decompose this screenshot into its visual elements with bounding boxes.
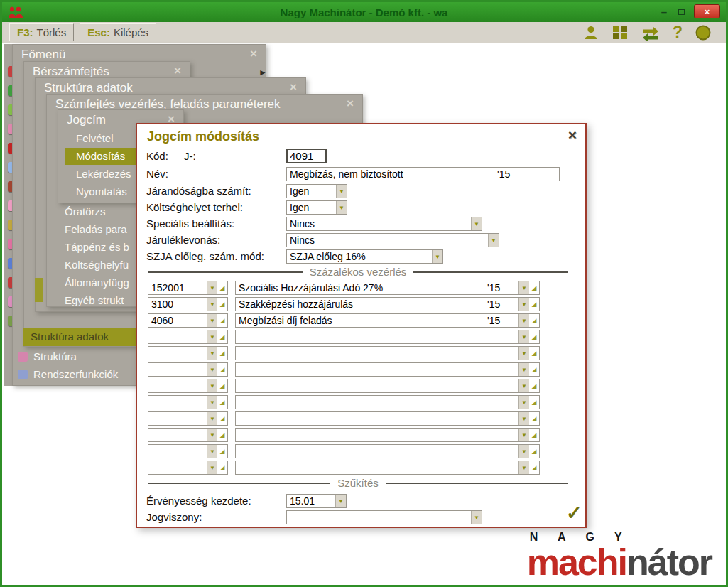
confirm-check-icon[interactable]: ✓: [566, 502, 582, 524]
chevron-down-icon[interactable]: ▼: [432, 250, 442, 263]
row-code-dropdown[interactable]: ▼◢: [148, 346, 228, 360]
row-name-dropdown[interactable]: ▼◢: [235, 444, 540, 458]
resize-grip-icon[interactable]: ◢: [217, 366, 227, 373]
user-icon[interactable]: [582, 24, 599, 41]
chevron-down-icon[interactable]: ▼: [207, 429, 217, 441]
minimize-button[interactable]: –: [659, 6, 669, 18]
close-icon[interactable]: ×: [290, 80, 297, 95]
row-code-dropdown[interactable]: ▼◢: [148, 395, 228, 409]
resize-grip-icon[interactable]: ◢: [217, 382, 227, 389]
chevron-down-icon[interactable]: ▼: [207, 396, 217, 409]
menu-item-struktura[interactable]: Struktúra: [33, 348, 77, 365]
chevron-down-icon[interactable]: ▼: [518, 347, 529, 360]
resize-grip-icon[interactable]: ◢: [529, 350, 539, 357]
chevron-down-icon[interactable]: ▼: [518, 396, 529, 409]
kod-input[interactable]: [286, 149, 327, 163]
resize-grip-icon[interactable]: ◢: [529, 317, 539, 324]
close-icon[interactable]: ×: [568, 126, 577, 144]
menu-item-feladas-parameterek[interactable]: Feladás para: [65, 221, 127, 238]
resize-grip-icon[interactable]: ◢: [217, 464, 227, 471]
row-name-dropdown[interactable]: ▼◢: [235, 395, 540, 409]
row-name-dropdown[interactable]: ▼◢: [235, 346, 540, 360]
chevron-down-icon[interactable]: ▼: [518, 298, 529, 311]
status-circle-icon[interactable]: [695, 24, 712, 41]
row-name-dropdown[interactable]: ▼◢: [235, 362, 540, 377]
chevron-down-icon[interactable]: ▼: [518, 363, 529, 376]
chevron-down-icon[interactable]: ▼: [207, 379, 217, 392]
jogviszony-dropdown[interactable]: ▼: [286, 510, 482, 524]
chevron-down-icon[interactable]: ▼: [471, 511, 482, 524]
resize-grip-icon[interactable]: ◢: [529, 301, 539, 308]
menu-item-felvetel[interactable]: Felvétel: [76, 130, 114, 147]
ervenyesseg-dropdown[interactable]: 15.01 ▼: [286, 494, 347, 508]
chevron-down-icon[interactable]: ▼: [518, 314, 529, 327]
resize-grip-icon[interactable]: ◢: [217, 317, 227, 324]
resize-grip-icon[interactable]: ◢: [217, 301, 227, 308]
resize-grip-icon[interactable]: ◢: [217, 399, 227, 406]
chevron-down-icon[interactable]: ▼: [518, 429, 529, 441]
resize-grip-icon[interactable]: ◢: [529, 448, 539, 455]
chevron-down-icon[interactable]: ▼: [518, 445, 529, 458]
row-name-dropdown[interactable]: ▼◢: [235, 330, 540, 344]
chevron-down-icon[interactable]: ▼: [207, 445, 217, 458]
row-code-dropdown[interactable]: ▼◢: [148, 362, 228, 377]
close-button[interactable]: ×: [694, 4, 720, 18]
chevron-down-icon[interactable]: ▼: [207, 347, 217, 360]
row-name-dropdown[interactable]: Megbízási díj feladás'15▼◢: [235, 313, 540, 328]
row-name-dropdown[interactable]: Szakképzési hozzájárulás'15▼◢: [235, 297, 540, 311]
resize-grip-icon[interactable]: ◢: [529, 284, 539, 291]
row-name-dropdown[interactable]: ▼◢: [235, 411, 540, 426]
resize-grip-icon[interactable]: ◢: [217, 350, 227, 357]
menu-item-allomanyfuggo[interactable]: Állományfügg: [65, 274, 129, 291]
chevron-down-icon[interactable]: ▼: [207, 281, 217, 294]
jarandosag-dropdown[interactable]: Igen ▼: [286, 184, 347, 198]
resize-grip-icon[interactable]: ◢: [529, 382, 539, 389]
apps-grid-icon[interactable]: [612, 24, 629, 41]
resize-grip-icon[interactable]: ◢: [529, 366, 539, 373]
row-code-dropdown[interactable]: ▼◢: [148, 444, 228, 458]
nev-input[interactable]: Megbízás, nem biztosított '15: [286, 167, 560, 181]
szja-dropdown[interactable]: SZJA előleg 16% ▼: [286, 249, 443, 264]
chevron-down-icon[interactable]: ▼: [518, 281, 529, 294]
resize-grip-icon[interactable]: ◢: [217, 431, 227, 438]
row-code-dropdown[interactable]: ▼◢: [148, 379, 228, 393]
esc-exit-button[interactable]: Esc: Kilépés: [80, 23, 156, 41]
chevron-down-icon[interactable]: ▼: [207, 298, 217, 311]
koltseghely-dropdown[interactable]: Igen ▼: [286, 200, 347, 215]
chevron-down-icon[interactable]: ▼: [207, 461, 217, 474]
scrollbar-thumb[interactable]: [35, 278, 43, 302]
chevron-down-icon[interactable]: ▼: [207, 314, 217, 327]
chevron-down-icon[interactable]: ▼: [207, 412, 217, 425]
resize-grip-icon[interactable]: ◢: [217, 415, 227, 422]
chevron-down-icon[interactable]: ▼: [336, 201, 347, 214]
row-code-dropdown[interactable]: 3100▼◢: [148, 297, 228, 311]
row-code-dropdown[interactable]: ▼◢: [148, 411, 228, 426]
resize-grip-icon[interactable]: ◢: [529, 431, 539, 438]
row-code-dropdown[interactable]: ▼◢: [148, 461, 228, 475]
row-code-dropdown[interactable]: 4060▼◢: [148, 313, 228, 328]
resize-grip-icon[interactable]: ◢: [217, 333, 227, 340]
resize-grip-icon[interactable]: ◢: [529, 333, 539, 340]
jarulek-dropdown[interactable]: Nincs ▼: [286, 233, 499, 247]
f3-delete-button[interactable]: F3: Törlés: [9, 23, 74, 41]
chevron-down-icon[interactable]: ▼: [335, 495, 346, 507]
chevron-down-icon[interactable]: ▼: [207, 330, 217, 343]
menu-item-egyeb-struktura[interactable]: Egyéb strukt: [65, 292, 124, 309]
menu-item-koltseghely[interactable]: Költséghelyfü: [65, 257, 129, 274]
chevron-down-icon[interactable]: ▼: [207, 363, 217, 376]
chevron-down-icon[interactable]: ▼: [518, 379, 529, 392]
chevron-down-icon[interactable]: ▼: [518, 412, 529, 425]
menu-item-nyomtatas[interactable]: Nyomtatás: [76, 183, 127, 200]
row-code-dropdown[interactable]: ▼◢: [148, 330, 228, 344]
maximize-button[interactable]: [678, 5, 685, 18]
menu-item-rendszerfunkciok[interactable]: Rendszerfunkciók: [33, 366, 118, 383]
chevron-down-icon[interactable]: ▼: [488, 234, 499, 247]
help-icon[interactable]: ?: [673, 23, 683, 42]
chevron-down-icon[interactable]: ▼: [336, 185, 347, 198]
resize-grip-icon[interactable]: ◢: [217, 448, 227, 455]
chevron-down-icon[interactable]: ▼: [518, 330, 529, 343]
menu-item-oratorzs[interactable]: Óratörzs: [65, 203, 106, 220]
close-icon[interactable]: ×: [174, 64, 181, 78]
menu-item-struktura-adatok-selected[interactable]: Struktúra adatok: [23, 328, 136, 346]
chevron-down-icon[interactable]: ▼: [518, 461, 529, 474]
